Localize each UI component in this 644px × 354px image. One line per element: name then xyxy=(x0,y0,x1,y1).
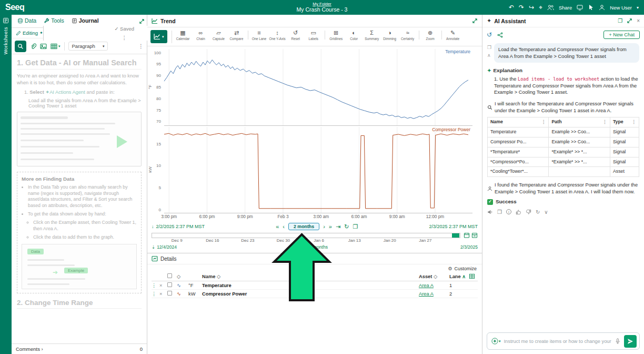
asset-link[interactable]: Area A xyxy=(419,291,449,297)
regenerate-icon[interactable]: ↻ xyxy=(536,209,540,216)
details-col-asset[interactable]: Asset ◇ xyxy=(419,273,449,279)
ai-input-box[interactable]: ▾ xyxy=(487,332,640,350)
trend-tool-dimming[interactable]: ◑Dimming xyxy=(381,29,399,41)
send-button[interactable] xyxy=(624,335,637,348)
locate-icon[interactable]: ⌖ xyxy=(539,4,542,11)
temperature-chart[interactable]: 100959085807570°FTemperature xyxy=(147,48,472,126)
details-col-name[interactable]: Name ◇ xyxy=(202,273,419,279)
trend-tool-calendar[interactable]: ▦Calendar xyxy=(174,29,192,41)
timeline-start[interactable]: ⇣ 12/4/2024 xyxy=(152,244,177,250)
details-grid-icon[interactable] xyxy=(466,273,478,279)
trend-tool-zoom[interactable]: ⊕Zoom xyxy=(421,29,439,41)
details-tab-label[interactable]: Details xyxy=(160,256,177,262)
trend-tool-compare[interactable]: ⇄Compare xyxy=(228,29,246,41)
timeline-scrubber[interactable] xyxy=(152,233,460,238)
customize-button[interactable]: Customize xyxy=(454,266,477,271)
format-overflow-menu-icon[interactable]: ⋮ xyxy=(138,43,144,49)
trend-tool-reset[interactable]: ↺Reset xyxy=(287,29,305,41)
column-menu-icon[interactable]: ⋮ xyxy=(631,119,636,125)
thumbs-up-icon[interactable] xyxy=(516,209,521,215)
trend-tool-one-lane[interactable]: ≡One Lane xyxy=(250,29,268,41)
trend-tool-color[interactable]: ◐Color xyxy=(345,29,363,41)
remove-item-icon[interactable]: × xyxy=(159,291,167,297)
open-in-new-icon[interactable]: ❐ xyxy=(618,18,622,24)
read-aloud-icon[interactable] xyxy=(487,209,493,215)
result-col-type[interactable]: Type⋮ xyxy=(610,117,639,127)
trend-tool-labels[interactable]: ▭Labels xyxy=(305,29,323,41)
attachment-icon[interactable] xyxy=(30,43,36,50)
row-checkbox[interactable] xyxy=(167,282,172,287)
remove-item-icon[interactable]: × xyxy=(159,283,167,288)
details-row[interactable]: ⋮×∿°FTemperatureArea A1 xyxy=(152,281,478,290)
sort-icon[interactable]: ◇ xyxy=(177,273,188,279)
mic-icon[interactable] xyxy=(615,338,621,345)
forward-icon[interactable]: ↪ xyxy=(529,4,534,11)
trend-tool-annotate[interactable]: ✎Annotate xyxy=(444,29,462,41)
compressor-power-chart[interactable]: 151050kWCompressor Power xyxy=(147,126,472,213)
duplicate-range-icon[interactable]: ❐ xyxy=(353,223,358,230)
chart-type-button[interactable]: ▾ xyxy=(150,30,167,43)
access-users-icon[interactable] xyxy=(547,4,554,11)
range-duration-button[interactable]: 2 months xyxy=(288,223,319,230)
copy-message-icon[interactable]: ❐ xyxy=(487,44,491,51)
result-row[interactable]: Compressor Po...Example >> Coo...Signal xyxy=(488,137,639,147)
expand-left-panel-icon[interactable] xyxy=(139,18,145,24)
share-chat-icon[interactable] xyxy=(497,32,503,38)
expand-assistant-icon[interactable] xyxy=(627,18,632,24)
signal-style-icon[interactable]: ∿ xyxy=(177,291,188,297)
trend-tool-one-y-axis[interactable]: ↕One Y-Axis xyxy=(268,29,287,41)
redo-icon[interactable]: ↷ xyxy=(519,4,524,11)
user-menu-caret-icon[interactable]: ▾ xyxy=(637,5,639,10)
ai-search-button[interactable] xyxy=(15,41,26,52)
journal-document[interactable]: 1. Get Data - AI or Manual Search You're… xyxy=(12,54,147,343)
details-col-lane[interactable]: Lane ∧ xyxy=(449,273,466,279)
info-icon[interactable]: i xyxy=(506,209,511,214)
refresh-range-icon[interactable]: ↻ xyxy=(344,223,349,230)
trend-tool-gridlines[interactable]: ⊞Gridlines xyxy=(327,29,345,41)
row-checkbox[interactable] xyxy=(167,291,172,296)
trend-tool-summary[interactable]: ΣSummary xyxy=(363,29,381,41)
step-forward-icon[interactable]: › xyxy=(323,223,325,230)
details-row[interactable]: ⋮×∿kWCompressor PowerArea A2 xyxy=(152,290,478,298)
displays-icon[interactable] xyxy=(577,4,583,11)
copy-response-icon[interactable]: ❐ xyxy=(497,209,502,216)
insert-image-icon[interactable] xyxy=(40,43,47,50)
result-row[interactable]: *Compressor*Po...*Example* >> *...Signal xyxy=(488,157,639,167)
row-menu-icon[interactable]: ⋮ xyxy=(152,282,159,288)
signal-style-icon[interactable]: ∿ xyxy=(177,282,188,288)
result-row[interactable]: *Temperature**Example* >> *...Signal xyxy=(488,147,639,157)
result-row[interactable]: *Cooling*Tower*...Asset xyxy=(488,167,639,177)
range-start-icon[interactable]: ↓ xyxy=(152,224,154,229)
trend-tab-label[interactable]: Trend xyxy=(160,18,176,24)
result-row[interactable]: TemperatureExample >> Coo...Signal xyxy=(488,127,639,137)
column-menu-icon[interactable]: ⋮ xyxy=(541,119,546,125)
history-icon[interactable]: ↺ xyxy=(487,31,492,38)
range-start-value[interactable]: 2/2/2025 2:37 PM MST xyxy=(156,224,205,229)
scrubber-selection[interactable] xyxy=(452,233,459,238)
share-button[interactable]: Share xyxy=(559,5,572,11)
timeline-end-value[interactable]: 2/3/2025 xyxy=(460,244,478,250)
ai-prompt-input[interactable] xyxy=(504,339,611,344)
editing-mode[interactable]: Editing ✦ xyxy=(16,30,43,36)
trend-tool-chain[interactable]: ∞Chain xyxy=(192,29,210,41)
worksheets-strip[interactable]: Worksheets xyxy=(0,15,12,354)
jump-forward-icon[interactable]: » xyxy=(329,223,332,230)
tab-data[interactable]: Data xyxy=(14,15,40,28)
comments-bar[interactable]: Comments › 0 xyxy=(12,343,147,354)
user-menu[interactable]: New User xyxy=(610,5,632,11)
trend-tool-certainty[interactable]: ≈Certainty xyxy=(399,29,417,41)
step-back-icon[interactable]: ‹ xyxy=(283,223,285,230)
row-menu-icon[interactable]: ⋮ xyxy=(152,291,159,297)
scrubber-calendar-icons[interactable] xyxy=(464,232,478,238)
agent-select-icon[interactable]: ▾ xyxy=(491,338,501,345)
result-col-path[interactable]: Path⋮ xyxy=(549,117,610,127)
trend-tool-capsule[interactable]: ▱Capsule xyxy=(210,29,228,41)
collapse-message-icon[interactable]: ∧ xyxy=(487,52,491,58)
jump-back-icon[interactable]: « xyxy=(276,223,279,230)
pointer-icon[interactable] xyxy=(588,4,594,11)
more-actions-chevron-icon[interactable]: ∨ xyxy=(544,209,548,216)
thumbs-down-icon[interactable] xyxy=(526,209,531,215)
expand-trend-icon[interactable] xyxy=(472,18,478,24)
range-end-value[interactable]: 2/3/2025 2:37 PM MST xyxy=(429,224,478,229)
result-col-name[interactable]: Name⋮ xyxy=(488,117,549,127)
